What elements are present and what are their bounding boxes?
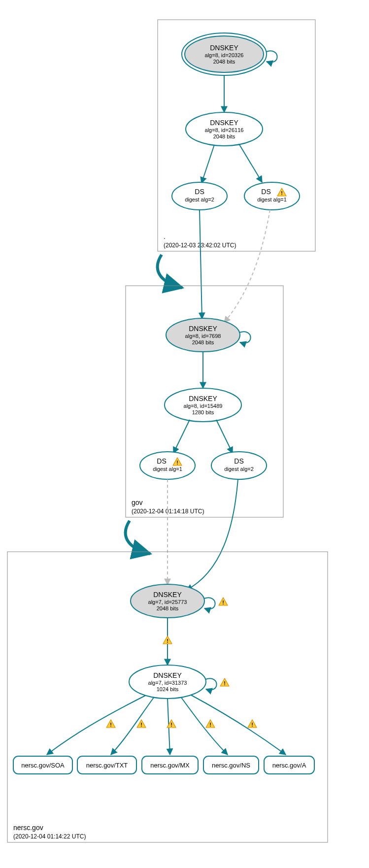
edge [201, 145, 214, 183]
zone-nersc-timestamp: (2020-12-04 01:14:22 UTC) [13, 833, 86, 840]
edge [200, 210, 202, 319]
node-sublabel: alg=7, id=31373 [148, 680, 187, 686]
node-sublabel: digest alg=1 [257, 197, 287, 202]
edge [181, 698, 228, 755]
edge-self-loop [266, 51, 277, 62]
warning-icon [220, 678, 229, 686]
node-root-ksk[interactable]: DNSKEY alg=8, id=20326 2048 bits [182, 33, 267, 75]
record-txt[interactable]: nersc.gov/TXT [77, 756, 136, 774]
node-label: DS [195, 188, 204, 196]
node-gov-zsk[interactable]: DNSKEY alg=8, id=15489 1280 bits [165, 388, 241, 422]
node-root-zsk[interactable]: DNSKEY alg=8, id=26116 2048 bits [186, 112, 263, 146]
node-label: DNSKEY [210, 119, 238, 127]
node-sublabel: 1024 bits [157, 686, 179, 692]
node-label: DNSKEY [189, 395, 217, 402]
node-sublabel: alg=7, id=25773 [148, 599, 187, 605]
edge-self-loop [204, 598, 215, 609]
node-sublabel: 2048 bits [192, 339, 214, 345]
edge-self-loop [239, 332, 251, 343]
node-sublabel: 2048 bits [213, 59, 235, 65]
warning-icon [219, 598, 228, 605]
node-label: DS [261, 188, 270, 196]
edge [173, 420, 190, 453]
node-sublabel: 1280 bits [192, 409, 214, 415]
node-sublabel: alg=8, id=7698 [185, 333, 221, 339]
edge [216, 420, 233, 453]
edge [186, 479, 238, 590]
node-sublabel: 2048 bits [213, 134, 235, 139]
svg-point-6 [244, 182, 300, 210]
warning-icon [137, 720, 146, 728]
edge [239, 144, 262, 182]
edge-self-loop [205, 678, 217, 690]
node-nersc-zsk[interactable]: DNSKEY alg=7, id=31373 1024 bits [129, 665, 206, 699]
zone-nersc-name: nersc.gov [13, 824, 43, 832]
node-sublabel: 2048 bits [157, 605, 179, 611]
node-sublabel: alg=8, id=26116 [205, 127, 244, 133]
svg-point-11 [211, 452, 267, 479]
edge [191, 695, 286, 755]
record-label: nersc.gov/MX [150, 762, 190, 769]
warning-icon [163, 636, 172, 644]
node-sublabel: digest alg=1 [153, 466, 182, 472]
node-label: DS [234, 457, 243, 465]
record-mx[interactable]: nersc.gov/MX [142, 756, 198, 774]
node-label: DNSKEY [153, 671, 182, 679]
delegation-arrow [158, 255, 182, 288]
zone-root-name: . [164, 233, 166, 240]
record-ns[interactable]: nersc.gov/NS [203, 756, 259, 774]
node-nersc-ksk[interactable]: DNSKEY alg=7, id=25773 2048 bits [131, 584, 204, 618]
edge-insecure [224, 210, 270, 323]
record-label: nersc.gov/SOA [21, 762, 65, 769]
node-label: DNSKEY [210, 44, 238, 52]
record-label: nersc.gov/TXT [86, 762, 128, 769]
edge [111, 698, 154, 755]
node-sublabel: digest alg=2 [185, 197, 214, 202]
record-a[interactable]: nersc.gov/A [264, 756, 314, 774]
svg-point-5 [172, 182, 227, 210]
node-sublabel: alg=8, id=15489 [184, 403, 223, 409]
dnssec-graph: ! . (2020-12-03 23:42:02 UTC) DNSKEY alg… [0, 0, 369, 868]
node-gov-ksk[interactable]: DNSKEY alg=8, id=7698 2048 bits [166, 318, 240, 352]
edge [47, 696, 145, 755]
node-label: DS [157, 457, 166, 465]
node-sublabel: alg=8, id=20326 [205, 52, 244, 58]
zone-nersc: nersc.gov (2020-12-04 01:14:22 UTC) DNSK… [7, 552, 328, 842]
node-root-ds2[interactable]: DS digest alg=2 [172, 182, 227, 210]
node-root-ds1[interactable]: DS digest alg=1 [244, 182, 300, 210]
zone-gov-name: gov [132, 499, 143, 506]
delegation-arrow [126, 521, 150, 554]
zone-root: . (2020-12-03 23:42:02 UTC) DNSKEY alg=8… [158, 20, 315, 251]
record-label: nersc.gov/NS [212, 762, 250, 769]
node-sublabel: digest alg=2 [224, 466, 254, 472]
node-gov-ds2[interactable]: DS digest alg=2 [211, 452, 267, 479]
warning-icon [106, 720, 115, 728]
node-gov-ds1[interactable]: DS digest alg=1 [140, 452, 195, 479]
svg-point-10 [140, 452, 195, 479]
record-label: nersc.gov/A [272, 762, 306, 769]
warning-icon [206, 720, 215, 728]
warning-icon [248, 720, 257, 728]
node-label: DNSKEY [189, 325, 217, 333]
zone-gov: gov (2020-12-04 01:14:18 UTC) DNSKEY alg… [126, 286, 283, 517]
node-label: DNSKEY [153, 591, 182, 599]
record-soa[interactable]: nersc.gov/SOA [13, 756, 72, 774]
